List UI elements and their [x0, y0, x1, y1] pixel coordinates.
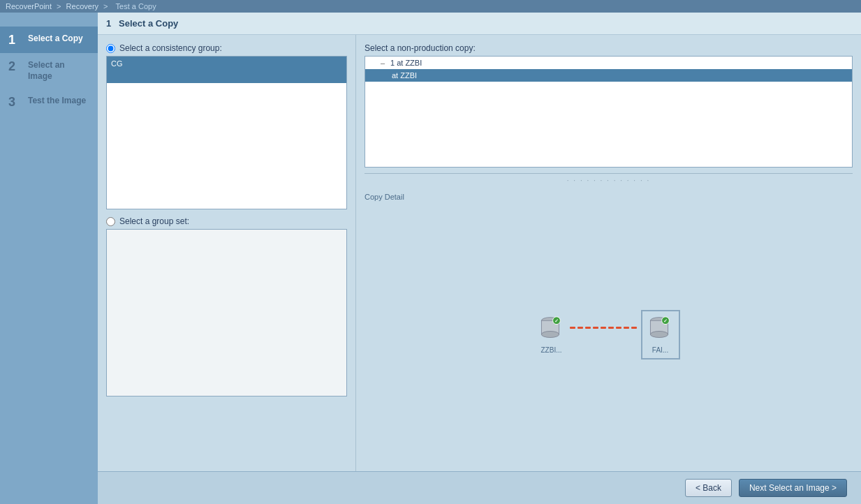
breadcrumb-current: Test a Copy: [116, 2, 156, 10]
svg-point-7: [650, 332, 668, 338]
step-2-number: 2: [8, 60, 22, 73]
cg-col-name: CG: [111, 59, 188, 68]
copy-detail-label: Copy Detail: [365, 193, 853, 201]
target-label: FAI...: [652, 346, 668, 354]
svg-point-2: [541, 332, 559, 338]
action-bar: < Back Next Select an Image >: [98, 471, 861, 504]
sidebar-step-1[interactable]: 1 Select a Copy: [0, 27, 98, 53]
gs-label-text: Select a group set:: [119, 216, 189, 226]
svg-text:✓: ✓: [554, 318, 559, 324]
cg-data-row[interactable]: [107, 71, 346, 83]
right-panel: Select a non-production copy: – 1 at ZZB…: [356, 35, 861, 471]
np-section-label: Select a non-production copy:: [365, 43, 853, 53]
source-icon: ✓: [538, 316, 566, 343]
next-button[interactable]: Next Select an Image >: [739, 479, 847, 497]
cg-radio-label: Select a consistency group:: [106, 43, 347, 53]
step-2-label: Select an Image: [28, 60, 89, 82]
divider-dots: · · · · · · · · · · · · ·: [365, 177, 853, 184]
group-set-list[interactable]: [106, 229, 347, 396]
breadcrumb-recovery[interactable]: Recovery: [66, 2, 98, 10]
sidebar-step-3[interactable]: 3 Test the Image: [0, 89, 98, 115]
gs-radio[interactable]: [106, 217, 115, 226]
left-panel: Select a consistency group: CG: [98, 35, 356, 471]
dashed-line: [566, 327, 641, 329]
cg-row-name: [111, 73, 188, 81]
np-expand-icon: –: [381, 59, 390, 67]
page-header: 1 Select a Copy: [98, 13, 861, 35]
svg-text:✓: ✓: [663, 318, 668, 324]
gs-section: Select a group set:: [106, 216, 347, 396]
gs-radio-label: Select a group set:: [106, 216, 347, 226]
step-1-number: 1: [8, 34, 22, 46]
np-section: Select a non-production copy: – 1 at ZZB…: [365, 43, 853, 168]
diagram-target-node: ✓ FAI...: [647, 316, 675, 354]
sidebar-step-2[interactable]: 2 Select an Image: [0, 53, 98, 89]
cg-section: Select a consistency group: CG: [106, 43, 347, 209]
page-step-number: 1: [106, 18, 111, 29]
diagram-area: ✓ ZZBI...: [365, 207, 853, 463]
cg-label-text: Select a consistency group:: [119, 43, 222, 53]
step-3-label: Test the Image: [28, 96, 86, 107]
cg-row-status: [188, 73, 342, 81]
cg-list[interactable]: CG: [106, 56, 347, 209]
back-button[interactable]: < Back: [685, 479, 732, 497]
breadcrumb-sep-2: >: [101, 2, 110, 10]
sidebar: 1 Select a Copy 2 Select an Image 3 Test…: [0, 13, 98, 504]
np-row-parent[interactable]: – 1 at ZZBI: [365, 57, 852, 69]
np-parent-label: 1 at ZZBI: [390, 59, 422, 67]
target-icon: ✓: [647, 316, 675, 343]
breadcrumb-recoverpoint[interactable]: RecoverPoint: [6, 2, 52, 10]
breadcrumb-sep-1: >: [54, 2, 64, 10]
np-list[interactable]: – 1 at ZZBI at ZZBI: [365, 56, 853, 168]
np-row-child[interactable]: at ZZBI: [365, 69, 852, 82]
cg-header-row: CG: [107, 57, 346, 71]
source-label: ZZBI...: [541, 346, 562, 354]
page-title: Select a Copy: [119, 18, 178, 29]
breadcrumb: RecoverPoint > Recovery > Test a Copy: [0, 0, 861, 13]
divider-row: · · · · · · · · · · · · ·: [365, 173, 853, 187]
diagram-container: ✓ ZZBI...: [538, 310, 680, 360]
np-child-label: at ZZBI: [392, 71, 417, 80]
diagram-source-node: ✓ ZZBI...: [538, 316, 566, 354]
cg-radio[interactable]: [106, 44, 115, 53]
step-3-number: 3: [8, 96, 22, 108]
diagram-target-box: ✓ FAI...: [641, 310, 680, 360]
step-1-label: Select a Copy: [28, 34, 83, 45]
